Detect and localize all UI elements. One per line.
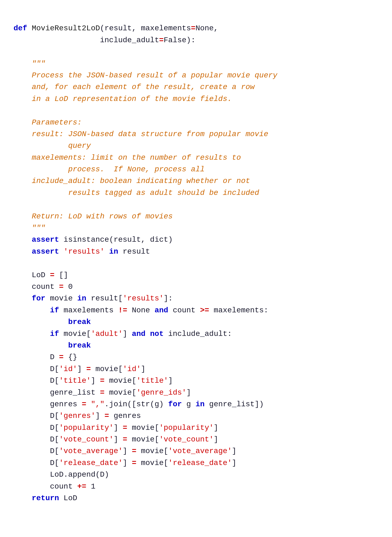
line-d-vote-avg: D['vote_average'] = movie['vote_average'… <box>14 447 236 455</box>
line-docstring-close: """ <box>14 224 45 232</box>
line-lod: LoD = [] <box>14 271 68 279</box>
line-return: return LoD <box>14 494 77 502</box>
line-doc11: Return: LoD with rows of movies <box>14 212 173 221</box>
line-d-genres: D['genres'] = genres <box>14 412 141 420</box>
line-doc3: in a LoD representation of the movie fie… <box>14 95 232 103</box>
line-doc7: maxelements: limit on the number of resu… <box>14 153 241 162</box>
line-lod-append: LoD.append(D) <box>14 470 109 479</box>
line-d-init: D = {} <box>14 353 77 361</box>
line-doc9: include_adult: boolean indicating whethe… <box>14 177 250 185</box>
code-display: def MovieResult2LoD(result, maxelements=… <box>14 11 378 516</box>
line-d-release: D['release_date'] = movie['release_date'… <box>14 459 236 467</box>
line-d-title: D['title'] = movie['title'] <box>14 376 173 385</box>
line-genre-list: genre_list = movie['genre_ids'] <box>14 388 191 397</box>
line-doc10: results tagged as adult should be includ… <box>14 189 259 197</box>
line-doc6: query <box>14 142 91 150</box>
line-doc2: and, for each element of the result, cre… <box>14 83 255 91</box>
line-for: for movie in result['results']: <box>14 294 173 303</box>
line-assert1: assert isinstance(result, dict) <box>14 235 173 244</box>
line-doc8: process. If None, process all <box>14 165 205 173</box>
line-docstring-open: """ <box>14 60 45 68</box>
line-def: def MovieResult2LoD(result, maxelements=… <box>14 24 218 44</box>
line-assert2: assert 'results' in result <box>14 247 150 256</box>
line-doc1: Process the JSON-based result of a popul… <box>14 71 277 80</box>
line-d-id: D['id'] = movie['id'] <box>14 365 145 373</box>
line-count-inc: count += 1 <box>14 482 95 491</box>
line-genres: genres = ",".join([str(g) for g in genre… <box>14 400 264 408</box>
line-doc5: result: JSON-based data structure from p… <box>14 130 268 138</box>
line-break2: break <box>14 341 91 350</box>
line-if2: if movie['adult'] and not include_adult: <box>14 330 232 338</box>
line-doc4: Parameters: <box>14 118 82 127</box>
line-d-vote-count: D['vote_count'] = movie['vote_count'] <box>14 435 218 444</box>
line-count: count = 0 <box>14 283 73 291</box>
line-if1: if maxelements != None and count >= maxe… <box>14 306 268 315</box>
line-break1: break <box>14 318 91 326</box>
line-d-popularity: D['popularity'] = movie['popularity'] <box>14 424 218 432</box>
